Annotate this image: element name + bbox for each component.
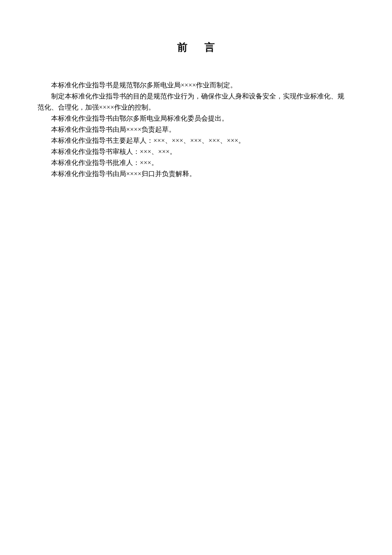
paragraph-3: 本标准化作业指导书由鄂尔多斯电业局标准化委员会提出。: [37, 113, 355, 124]
paragraph-1: 本标准化作业指导书是规范鄂尔多斯电业局××××作业而制定。: [37, 80, 355, 91]
page-title: 前言: [37, 40, 355, 54]
paragraph-6: 本标准化作业指导书审核人：×××、×××。: [37, 146, 355, 157]
document-body: 本标准化作业指导书是规范鄂尔多斯电业局××××作业而制定。 制定本标准化作业指导…: [37, 80, 355, 179]
paragraph-5: 本标准化作业指导书主要起草人：×××、×××、×××、×××、×××。: [37, 135, 355, 146]
paragraph-4: 本标准化作业指导书由局××××负责起草。: [37, 124, 355, 135]
paragraph-7: 本标准化作业指导书批准人：×××。: [37, 157, 355, 168]
paragraph-8: 本标准化作业指导书由局××××归口并负责解释。: [37, 168, 355, 179]
paragraph-2-line-2: 范化、合理化，加强××××作业的控制。: [37, 102, 355, 113]
document-page: 前言 本标准化作业指导书是规范鄂尔多斯电业局××××作业而制定。 制定本标准化作…: [0, 0, 392, 179]
paragraph-2-line-1: 制定本标准化作业指导书的目的是规范作业行为，确保作业人身和设备安全，实现作业标准…: [37, 91, 355, 102]
